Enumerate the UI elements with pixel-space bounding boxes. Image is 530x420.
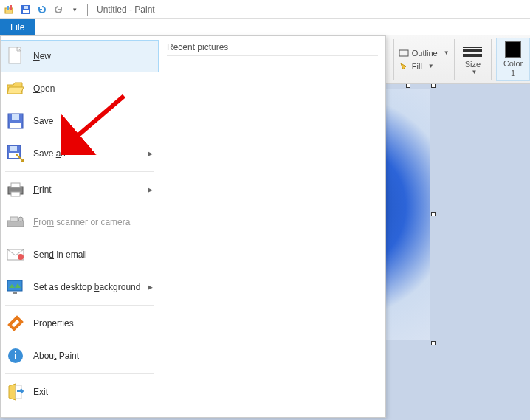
- menu-open-label: Open: [33, 83, 55, 94]
- save-as-icon: [5, 143, 26, 164]
- open-folder-icon: [5, 78, 26, 99]
- file-tab[interactable]: File: [0, 19, 35, 35]
- svg-point-19: [18, 217, 23, 221]
- menu-new[interactable]: New: [1, 40, 159, 72]
- menu-properties-label: Properties: [33, 318, 74, 328]
- svg-rect-10: [12, 114, 19, 120]
- dropdown-icon: ▼: [444, 49, 450, 56]
- exit-icon: [5, 382, 26, 402]
- svg-rect-18: [10, 217, 18, 221]
- menu-exit-label: Exit: [33, 387, 48, 397]
- fill-label: Fill: [412, 62, 422, 71]
- menu-exit[interactable]: Exit: [1, 376, 159, 408]
- ribbon-fragment: Outline ▼ Fill ▼ Size ▼ Color 1: [386, 35, 530, 84]
- menu-save[interactable]: Save: [1, 105, 159, 137]
- menu-properties[interactable]: Properties: [1, 307, 159, 340]
- color1-label: Color 1: [503, 59, 523, 77]
- submenu-arrow-icon: ▶: [148, 150, 153, 157]
- menu-open[interactable]: Open: [1, 72, 159, 105]
- dropdown-icon: ▼: [471, 69, 477, 75]
- info-icon: i: [5, 345, 26, 366]
- svg-point-21: [18, 254, 24, 260]
- new-file-icon: [5, 46, 26, 66]
- save-icon: [5, 111, 26, 131]
- submenu-arrow-icon: ▶: [148, 283, 153, 291]
- svg-rect-2: [10, 5, 12, 10]
- svg-rect-9: [10, 123, 21, 128]
- svg-rect-22: [7, 280, 22, 291]
- size-button[interactable]: Size ▼: [458, 44, 486, 75]
- svg-rect-5: [24, 6, 28, 9]
- svg-rect-23: [13, 292, 17, 294]
- menu-print[interactable]: Print ▶: [1, 173, 159, 206]
- menu-save-as-label: Save as: [33, 148, 65, 159]
- outline-label: Outline: [412, 49, 438, 58]
- qat-save-icon[interactable]: [19, 3, 32, 16]
- shape-style-group: Outline ▼ Fill ▼: [399, 49, 450, 71]
- menu-about[interactable]: i About Paint: [1, 340, 159, 372]
- qat-undo-icon[interactable]: [35, 3, 49, 16]
- titlebar-separator: [87, 4, 88, 16]
- email-icon: [5, 244, 26, 265]
- menu-separator: [5, 305, 154, 306]
- tabs-row: File: [0, 19, 530, 35]
- size-label: Size: [465, 60, 481, 69]
- qat-customize-icon[interactable]: ▾: [68, 3, 81, 16]
- selection-border[interactable]: [383, 86, 433, 342]
- menu-scanner-label: From scanner or camera: [33, 217, 130, 227]
- menu-set-wallpaper[interactable]: Set as desktop background ▶: [1, 271, 159, 303]
- menu-from-scanner: From scanner or camera: [1, 206, 159, 238]
- recent-pictures-panel: Recent pictures: [159, 36, 385, 417]
- file-menu-panel: New Open Save Save as ▶ Prin: [0, 35, 386, 418]
- menu-save-label: Save: [33, 116, 53, 126]
- svg-rect-4: [23, 10, 29, 13]
- scanner-icon: [5, 212, 26, 233]
- print-icon: [5, 179, 26, 200]
- svg-rect-6: [399, 50, 408, 56]
- submenu-arrow-icon: ▶: [148, 186, 153, 193]
- selection-handle[interactable]: [431, 341, 436, 345]
- menu-separator: [5, 373, 154, 374]
- dropdown-icon: ▼: [428, 63, 434, 69]
- color1-button[interactable]: Color 1: [496, 38, 530, 80]
- menu-email-label: Send in email: [33, 249, 87, 260]
- size-icon: [463, 44, 482, 57]
- menu-save-as[interactable]: Save as ▶: [1, 137, 159, 170]
- color1-swatch: [505, 41, 521, 58]
- outline-button[interactable]: Outline ▼: [399, 49, 450, 58]
- svg-rect-15: [11, 183, 20, 187]
- file-menu-list: New Open Save Save as ▶ Prin: [1, 36, 159, 417]
- svg-text:i: i: [14, 350, 17, 362]
- menu-print-label: Print: [33, 185, 52, 195]
- svg-rect-13: [10, 146, 17, 151]
- menu-new-label: New: [33, 51, 51, 61]
- svg-rect-16: [11, 192, 20, 196]
- window-title: Untitled - Paint: [97, 4, 155, 15]
- desktop-bg-icon: [5, 277, 26, 297]
- menu-send-email[interactable]: Send in email: [1, 238, 159, 271]
- menu-about-label: About Paint: [33, 351, 79, 361]
- fill-button[interactable]: Fill ▼: [399, 62, 450, 71]
- selection-handle[interactable]: [431, 212, 436, 216]
- title-bar: ▾ Untitled - Paint: [0, 0, 530, 19]
- menu-wallpaper-label: Set as desktop background: [33, 282, 140, 292]
- qat-redo-icon[interactable]: [52, 3, 65, 16]
- recent-pictures-header: Recent pictures: [167, 42, 378, 56]
- app-icon[interactable]: [3, 3, 16, 16]
- properties-icon: [5, 313, 26, 334]
- menu-separator: [5, 171, 154, 172]
- svg-rect-1: [7, 6, 9, 10]
